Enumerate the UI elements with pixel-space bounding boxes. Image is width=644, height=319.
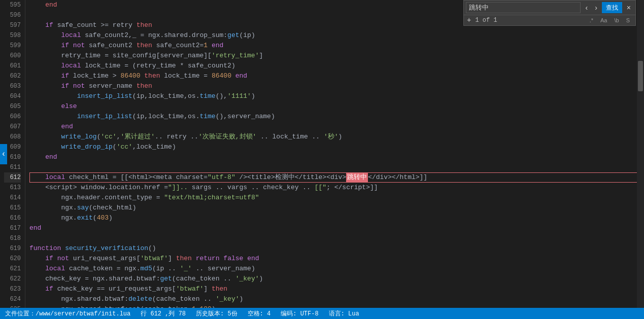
line-num-612: 612 [4, 172, 21, 183]
code-line-608: write_log('cc','累计超过'.. retry ..'次验证失败,封… [29, 132, 644, 142]
code-line-607: end [29, 122, 644, 132]
scrollbar-thumb[interactable] [638, 61, 643, 91]
line-num-622: 622 [4, 274, 21, 284]
code-line-604: insert_ip_list(ip,lock_time,os.time(),'1… [29, 91, 644, 101]
code-line-599: if not safe_count2 then safe_count2=1 en… [29, 41, 644, 51]
line-num-603: 603 [4, 81, 21, 91]
code-line-611 [29, 162, 644, 172]
code-line-602: if lock_time > 86400 then lock_time = 86… [29, 71, 644, 81]
line-num-599: 599 [4, 41, 21, 51]
code-line-615: ngx.say(check_html) [29, 203, 644, 213]
code-line-605: else [29, 101, 644, 112]
code-line-618 [29, 233, 644, 243]
line-col: 行 612 ,列 78 [141, 309, 186, 318]
search-box: ‹ › 查找 × + 1 of 1 .* Aa \b S [463, 0, 636, 26]
file-path: 文件位置：/www/server/btwaf/init.lua [5, 309, 130, 318]
line-num-613: 613 [4, 183, 21, 193]
code-line-600: retry_time = site_config[server_name]['r… [29, 51, 644, 61]
line-num-608: 608 [4, 132, 21, 142]
line-num-619: 619 [4, 243, 21, 254]
search-close-button[interactable]: × [624, 3, 633, 13]
line-num-607: 607 [4, 122, 21, 132]
code-line-613: <script> window.location.href ="]].. sar… [29, 183, 644, 193]
line-num-623: 623 [4, 284, 21, 294]
space-setting: 空格: 4 [248, 309, 271, 318]
search-add-icon[interactable]: + [467, 16, 471, 24]
line-num-621: 621 [4, 264, 21, 274]
search-word-button[interactable]: \b [612, 16, 621, 24]
line-num-620: 620 [4, 254, 21, 264]
code-line-598: local safe_count2,_ = ngx.shared.drop_su… [29, 30, 644, 41]
code-line-603: if not server_name then [29, 81, 644, 91]
line-num-615: 615 [4, 203, 21, 213]
search-sel-button[interactable]: S [624, 16, 632, 24]
code-line-612: local check_html = [[<html><meta charset… [29, 172, 644, 183]
line-num-598: 598 [4, 30, 21, 41]
search-options: .* Aa \b S [587, 16, 632, 24]
code-line-617: end [29, 223, 644, 233]
line-num-596: 596 [4, 10, 21, 20]
line-num-606: 606 [4, 112, 21, 122]
status-bar: 文件位置：/www/server/btwaf/init.lua 行 612 ,列… [0, 308, 644, 319]
code-line-625: ngx.shared.btwaf:set(cache_token,1,180) [29, 304, 644, 308]
line-num-624: 624 [4, 294, 21, 304]
code-line-614: ngx.header.content_type = "text/html;cha… [29, 193, 644, 203]
line-num-617: 617 [4, 223, 21, 233]
code-area: ‹ › 查找 × + 1 of 1 .* Aa \b S ‹ 595 596 [0, 0, 644, 308]
search-find-button[interactable]: 查找 [602, 2, 622, 13]
search-prev-button[interactable]: ‹ [583, 3, 590, 12]
encoding: 编码: UTF-8 [281, 309, 318, 318]
search-regex-button[interactable]: .* [587, 16, 596, 24]
code-line-620: if not uri_request_args['btwaf'] then re… [29, 254, 644, 264]
history-version: 历史版本: 5份 [196, 309, 238, 318]
line-num-618: 618 [4, 233, 21, 243]
code-line-606: insert_ip_list(ip,lock_time,os.time(),se… [29, 112, 644, 122]
code-line-610: end [29, 152, 644, 162]
line-num-616: 616 [4, 213, 21, 223]
left-arrow-button[interactable]: ‹ [0, 144, 7, 164]
search-input[interactable] [466, 2, 581, 13]
search-case-button[interactable]: Aa [598, 16, 609, 24]
code-line-622: check_key = ngx.shared.btwaf:get(cache_t… [29, 274, 644, 284]
code-line-616: ngx.exit(403) [29, 213, 644, 223]
line-num-604: 604 [4, 91, 21, 101]
editor-container: ‹ › 查找 × + 1 of 1 .* Aa \b S ‹ 595 596 [0, 0, 644, 319]
code-line-609: write_drop_ip('cc',lock_time) [29, 142, 644, 152]
code-content[interactable]: end if safe_count >= retry then local sa… [25, 0, 644, 308]
line-num-601: 601 [4, 61, 21, 71]
code-line-623: if check_key == uri_request_args['btwaf'… [29, 284, 644, 294]
line-num-625: 625 [4, 304, 21, 308]
line-num-605: 605 [4, 101, 21, 112]
vertical-scrollbar[interactable] [637, 0, 644, 308]
code-line-624: ngx.shared.btwaf:delete(cache_token .. '… [29, 294, 644, 304]
search-next-button[interactable]: › [592, 3, 600, 12]
code-line-601: local lock_time = (retry_time * safe_cou… [29, 61, 644, 71]
code-line-621: local cache_token = ngx.md5(ip .. '_' ..… [29, 264, 644, 274]
search-bottom: + 1 of 1 .* Aa \b S [464, 15, 635, 25]
search-top: ‹ › 查找 × [464, 1, 635, 15]
code-line-619: function security_verification() [29, 243, 644, 254]
search-result-count: 1 of 1 [475, 17, 497, 24]
line-num-614: 614 [4, 193, 21, 203]
line-num-597: 597 [4, 20, 21, 30]
line-num-600: 600 [4, 51, 21, 61]
language: 语言: Lua [329, 309, 359, 318]
line-num-595: 595 [4, 0, 21, 10]
line-num-602: 602 [4, 71, 21, 81]
